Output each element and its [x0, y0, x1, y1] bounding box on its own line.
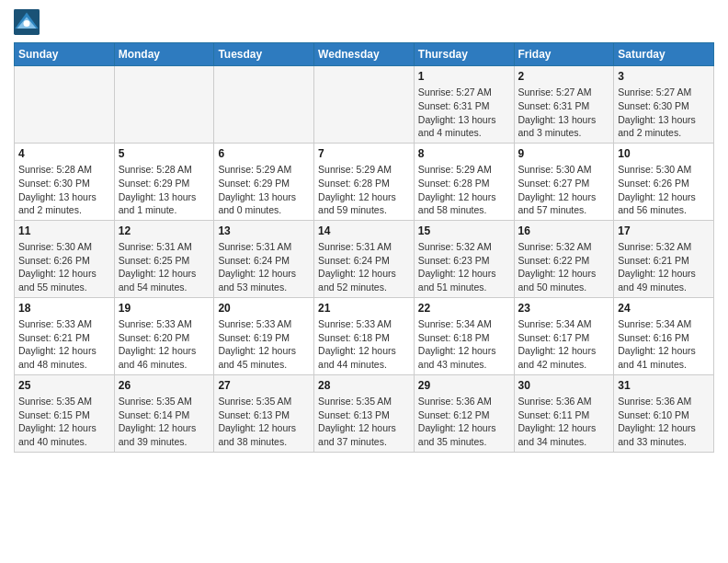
calendar-cell: 5Sunrise: 5:28 AM Sunset: 6:29 PM Daylig…	[114, 143, 214, 220]
day-number: 27	[218, 378, 310, 393]
day-info: Sunrise: 5:33 AM Sunset: 6:19 PM Dayligh…	[218, 317, 310, 372]
day-info: Sunrise: 5:34 AM Sunset: 6:17 PM Dayligh…	[518, 317, 610, 372]
calendar-cell: 13Sunrise: 5:31 AM Sunset: 6:24 PM Dayli…	[214, 220, 314, 297]
day-number: 8	[418, 146, 510, 161]
day-info: Sunrise: 5:32 AM Sunset: 6:23 PM Dayligh…	[418, 240, 510, 294]
calendar-cell	[214, 66, 314, 144]
calendar-cell	[314, 66, 415, 144]
day-number: 4	[18, 146, 110, 161]
header	[14, 9, 714, 35]
calendar-cell: 3Sunrise: 5:27 AM Sunset: 6:30 PM Daylig…	[614, 66, 714, 144]
day-info: Sunrise: 5:31 AM Sunset: 6:25 PM Dayligh…	[119, 240, 210, 294]
day-number: 12	[119, 224, 210, 238]
day-number: 31	[618, 378, 710, 393]
day-info: Sunrise: 5:34 AM Sunset: 6:16 PM Dayligh…	[618, 317, 710, 372]
week-row-5: 25Sunrise: 5:35 AM Sunset: 6:15 PM Dayli…	[15, 374, 714, 452]
day-info: Sunrise: 5:35 AM Sunset: 6:13 PM Dayligh…	[318, 395, 410, 449]
calendar-cell: 20Sunrise: 5:33 AM Sunset: 6:19 PM Dayli…	[214, 297, 314, 374]
day-number: 1	[418, 69, 510, 84]
day-info: Sunrise: 5:33 AM Sunset: 6:18 PM Dayligh…	[318, 317, 410, 372]
day-number: 6	[218, 146, 310, 161]
day-number: 11	[18, 224, 110, 238]
calendar-cell: 14Sunrise: 5:31 AM Sunset: 6:24 PM Dayli…	[314, 220, 415, 297]
day-number: 5	[119, 146, 210, 161]
calendar-cell: 31Sunrise: 5:36 AM Sunset: 6:10 PM Dayli…	[614, 374, 714, 452]
day-number: 13	[218, 224, 310, 238]
calendar-table: SundayMondayTuesdayWednesdayThursdayFrid…	[14, 42, 714, 453]
calendar-cell: 6Sunrise: 5:29 AM Sunset: 6:29 PM Daylig…	[214, 143, 314, 220]
day-info: Sunrise: 5:32 AM Sunset: 6:22 PM Dayligh…	[518, 240, 610, 294]
day-info: Sunrise: 5:27 AM Sunset: 6:31 PM Dayligh…	[418, 86, 510, 140]
logo	[14, 9, 43, 35]
day-info: Sunrise: 5:34 AM Sunset: 6:18 PM Dayligh…	[418, 317, 510, 372]
day-number: 21	[318, 301, 410, 316]
day-header-sunday: Sunday	[15, 43, 115, 66]
day-number: 25	[18, 378, 110, 393]
day-header-monday: Monday	[114, 43, 214, 66]
page: SundayMondayTuesdayWednesdayThursdayFrid…	[0, 0, 728, 462]
day-number: 23	[518, 301, 610, 316]
calendar-cell: 7Sunrise: 5:29 AM Sunset: 6:28 PM Daylig…	[314, 143, 415, 220]
week-row-1: 1Sunrise: 5:27 AM Sunset: 6:31 PM Daylig…	[15, 66, 714, 144]
day-number: 3	[618, 69, 710, 84]
calendar-cell: 23Sunrise: 5:34 AM Sunset: 6:17 PM Dayli…	[514, 297, 614, 374]
calendar-cell: 15Sunrise: 5:32 AM Sunset: 6:23 PM Dayli…	[414, 220, 514, 297]
week-row-3: 11Sunrise: 5:30 AM Sunset: 6:26 PM Dayli…	[15, 220, 714, 297]
day-number: 2	[518, 69, 610, 84]
day-info: Sunrise: 5:35 AM Sunset: 6:14 PM Dayligh…	[119, 395, 210, 449]
day-info: Sunrise: 5:33 AM Sunset: 6:20 PM Dayligh…	[119, 317, 210, 372]
svg-point-3	[24, 20, 30, 27]
day-number: 14	[318, 224, 410, 238]
day-info: Sunrise: 5:31 AM Sunset: 6:24 PM Dayligh…	[218, 240, 310, 294]
day-info: Sunrise: 5:32 AM Sunset: 6:21 PM Dayligh…	[618, 240, 710, 294]
calendar-cell: 17Sunrise: 5:32 AM Sunset: 6:21 PM Dayli…	[614, 220, 714, 297]
day-header-saturday: Saturday	[614, 43, 714, 66]
logo-icon	[14, 9, 40, 35]
day-number: 20	[218, 301, 310, 316]
week-row-2: 4Sunrise: 5:28 AM Sunset: 6:30 PM Daylig…	[15, 143, 714, 220]
day-number: 16	[518, 224, 610, 238]
calendar-cell: 2Sunrise: 5:27 AM Sunset: 6:31 PM Daylig…	[514, 66, 614, 144]
day-info: Sunrise: 5:33 AM Sunset: 6:21 PM Dayligh…	[18, 317, 110, 372]
day-info: Sunrise: 5:29 AM Sunset: 6:28 PM Dayligh…	[318, 163, 410, 217]
calendar-cell: 26Sunrise: 5:35 AM Sunset: 6:14 PM Dayli…	[114, 374, 214, 452]
calendar-cell	[15, 66, 115, 144]
day-header-friday: Friday	[514, 43, 614, 66]
day-info: Sunrise: 5:28 AM Sunset: 6:30 PM Dayligh…	[18, 163, 110, 217]
calendar-cell: 8Sunrise: 5:29 AM Sunset: 6:28 PM Daylig…	[414, 143, 514, 220]
day-number: 10	[618, 146, 710, 161]
day-info: Sunrise: 5:30 AM Sunset: 6:27 PM Dayligh…	[518, 163, 610, 217]
calendar-cell: 4Sunrise: 5:28 AM Sunset: 6:30 PM Daylig…	[15, 143, 115, 220]
calendar-cell: 18Sunrise: 5:33 AM Sunset: 6:21 PM Dayli…	[15, 297, 115, 374]
day-number: 15	[418, 224, 510, 238]
calendar-cell: 21Sunrise: 5:33 AM Sunset: 6:18 PM Dayli…	[314, 297, 415, 374]
day-number: 24	[618, 301, 710, 316]
calendar-cell: 25Sunrise: 5:35 AM Sunset: 6:15 PM Dayli…	[15, 374, 115, 452]
day-number: 28	[318, 378, 410, 393]
day-info: Sunrise: 5:36 AM Sunset: 6:11 PM Dayligh…	[518, 395, 610, 449]
day-number: 26	[119, 378, 210, 393]
day-info: Sunrise: 5:28 AM Sunset: 6:29 PM Dayligh…	[119, 163, 210, 217]
calendar-cell: 9Sunrise: 5:30 AM Sunset: 6:27 PM Daylig…	[514, 143, 614, 220]
calendar-cell	[114, 66, 214, 144]
day-info: Sunrise: 5:27 AM Sunset: 6:31 PM Dayligh…	[518, 86, 610, 140]
week-row-4: 18Sunrise: 5:33 AM Sunset: 6:21 PM Dayli…	[15, 297, 714, 374]
day-number: 19	[119, 301, 210, 316]
day-number: 7	[318, 146, 410, 161]
day-info: Sunrise: 5:30 AM Sunset: 6:26 PM Dayligh…	[618, 163, 710, 217]
calendar-cell: 12Sunrise: 5:31 AM Sunset: 6:25 PM Dayli…	[114, 220, 214, 297]
calendar-cell: 1Sunrise: 5:27 AM Sunset: 6:31 PM Daylig…	[414, 66, 514, 144]
day-number: 22	[418, 301, 510, 316]
day-info: Sunrise: 5:35 AM Sunset: 6:15 PM Dayligh…	[18, 395, 110, 449]
day-info: Sunrise: 5:35 AM Sunset: 6:13 PM Dayligh…	[218, 395, 310, 449]
calendar-cell: 30Sunrise: 5:36 AM Sunset: 6:11 PM Dayli…	[514, 374, 614, 452]
calendar-cell: 11Sunrise: 5:30 AM Sunset: 6:26 PM Dayli…	[15, 220, 115, 297]
calendar-cell: 16Sunrise: 5:32 AM Sunset: 6:22 PM Dayli…	[514, 220, 614, 297]
calendar-cell: 24Sunrise: 5:34 AM Sunset: 6:16 PM Dayli…	[614, 297, 714, 374]
header-row: SundayMondayTuesdayWednesdayThursdayFrid…	[15, 43, 714, 66]
day-header-tuesday: Tuesday	[214, 43, 314, 66]
calendar-cell: 28Sunrise: 5:35 AM Sunset: 6:13 PM Dayli…	[314, 374, 415, 452]
day-number: 18	[18, 301, 110, 316]
day-info: Sunrise: 5:27 AM Sunset: 6:30 PM Dayligh…	[618, 86, 710, 140]
calendar-cell: 29Sunrise: 5:36 AM Sunset: 6:12 PM Dayli…	[414, 374, 514, 452]
